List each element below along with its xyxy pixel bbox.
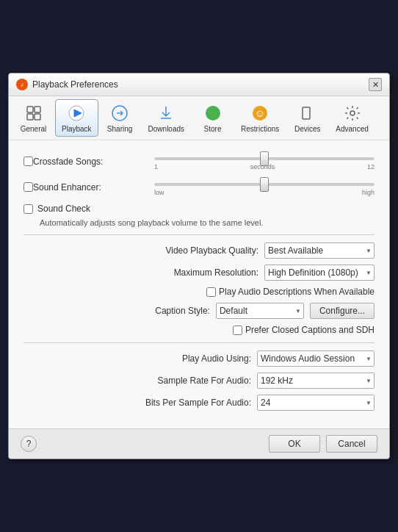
video-playback-select[interactable]: Best Available High Definition (1080p) S… [264,242,375,259]
tab-general[interactable]: General [13,99,54,137]
sound-enhancer-label: Sound Enhancer: [33,182,101,193]
advanced-label: Advanced [336,125,368,133]
sound-enhancer-checkbox[interactable] [23,182,33,192]
bits-per-sample-select-wrapper: 24 16 32 [257,395,375,411]
tab-sharing[interactable]: Sharing [100,99,140,137]
ok-button[interactable]: OK [269,435,320,453]
audio-descriptions-checkbox[interactable] [206,287,216,297]
help-button[interactable]: ? [21,436,37,452]
play-audio-using-select-wrapper: Windows Audio Session Direct Sound WASAP… [257,351,375,367]
sound-check-note: Automatically adjusts song playback volu… [40,218,375,227]
downloads-label: Downloads [148,125,184,133]
max-resolution-row: Maximum Resolution: High Definition (108… [23,265,375,281]
downloads-icon [156,103,176,123]
devices-label: Devices [294,125,321,133]
closed-captions-inner: Prefer Closed Captions and SDH [233,325,375,335]
title-bar-left: ♪ Playback Preferences [16,79,118,90]
title-bar: ♪ Playback Preferences ✕ [9,73,389,96]
svg-rect-10 [303,107,310,119]
tab-restrictions[interactable]: ☺ Restrictions [234,99,286,137]
store-label: Store [204,125,222,133]
play-audio-using-row: Play Audio Using: Windows Audio Session … [23,351,375,367]
closed-captions-row: Prefer Closed Captions and SDH [23,325,375,335]
sound-check-label: Sound Check [37,204,90,214]
play-audio-using-select[interactable]: Windows Audio Session Direct Sound WASAP… [257,351,375,367]
crossfade-label: Crossfade Songs: [33,157,103,167]
crossfade-min: 1 [154,163,158,170]
restrictions-label: Restrictions [241,125,279,133]
playback-preferences-dialog: ♪ Playback Preferences ✕ General [8,73,390,459]
max-resolution-select-wrapper: High Definition (1080p) Standard Definit… [264,265,375,281]
max-resolution-select[interactable]: High Definition (1080p) Standard Definit… [264,265,375,281]
cancel-button[interactable]: Cancel [326,435,377,453]
crossfade-slider[interactable] [154,157,375,160]
playback-label: Playback [62,125,92,133]
crossfade-max: 12 [367,163,375,170]
close-button[interactable]: ✕ [369,78,382,91]
sound-enhancer-slider[interactable] [154,183,375,186]
svg-rect-1 [35,107,40,112]
sound-enhancer-label-area: Sound Enhancer: [23,182,148,193]
sound-check-row: Sound Check [23,204,375,214]
sample-rate-select[interactable]: 192 kHz 96 kHz 48 kHz 44.1 kHz [257,373,375,389]
bits-per-sample-label: Bits Per Sample For Audio: [129,398,257,408]
bottom-bar: ? OK Cancel [9,428,389,459]
crossfade-label-area: Crossfade Songs: [23,157,148,167]
tab-store[interactable]: Store [192,99,233,137]
divider-1 [23,234,375,235]
crossfade-row: Crossfade Songs: 1 seconds 12 [23,152,375,170]
caption-style-select-wrapper: Default None Custom [216,303,304,319]
store-icon [203,103,223,123]
sharing-label: Sharing [107,125,132,133]
tab-devices[interactable]: Devices [287,99,328,137]
dialog-title: Playback Preferences [32,79,118,90]
sharing-icon [109,103,130,123]
sound-check-checkbox[interactable] [23,204,33,214]
svg-rect-0 [27,107,33,112]
tab-playback[interactable]: Playback [55,99,98,137]
bits-per-sample-row: Bits Per Sample For Audio: 24 16 32 [23,395,375,411]
sample-rate-select-wrapper: 192 kHz 96 kHz 48 kHz 44.1 kHz [257,373,375,389]
sound-enhancer-slider-wrapper: low high [154,178,375,196]
audio-descriptions-row: Play Audio Descriptions When Available [23,287,375,297]
bits-per-sample-select[interactable]: 24 16 32 [257,395,375,411]
crossfade-slider-wrapper: 1 seconds 12 [154,152,375,170]
divider-2 [23,342,375,343]
sound-enhancer-max: high [362,189,375,196]
video-playback-label: Video Playback Quality: [136,245,264,256]
svg-text:☺: ☺ [255,107,265,119]
sample-rate-row: Sample Rate For Audio: 192 kHz 96 kHz 48… [23,373,375,389]
general-label: General [21,125,47,133]
svg-point-7 [206,106,220,121]
audio-desc-inner: Play Audio Descriptions When Available [206,287,375,297]
bottom-buttons: OK Cancel [269,435,377,453]
playback-icon [66,103,87,123]
caption-style-select[interactable]: Default None Custom [216,303,304,319]
closed-captions-label: Prefer Closed Captions and SDH [245,325,375,335]
crossfade-center: seconds [250,163,275,170]
audio-descriptions-label: Play Audio Descriptions When Available [219,287,375,297]
configure-button[interactable]: Configure... [310,303,375,319]
closed-captions-checkbox[interactable] [233,326,242,335]
crossfade-checkbox[interactable] [23,157,33,166]
max-resolution-label: Maximum Resolution: [136,267,264,278]
svg-point-12 [350,111,355,115]
toolbar: General Playback Sharing [9,96,389,140]
sound-enhancer-min: low [154,189,164,196]
svg-rect-2 [27,114,33,120]
video-playback-row: Video Playback Quality: Best Available H… [23,242,375,259]
sound-enhancer-row: Sound Enhancer: low high [23,178,375,196]
devices-icon [297,103,318,123]
svg-rect-3 [35,114,40,120]
sample-rate-label: Sample Rate For Audio: [129,375,257,386]
restrictions-icon: ☺ [250,103,270,123]
tab-downloads[interactable]: Downloads [142,99,191,137]
general-icon [23,103,44,123]
video-playback-select-wrapper: Best Available High Definition (1080p) S… [264,242,375,259]
tab-advanced[interactable]: Advanced [329,99,375,137]
content-area: Crossfade Songs: 1 seconds 12 Sound Enha… [9,140,389,428]
caption-style-row: Caption Style: Default None Custom Confi… [23,303,375,319]
caption-style-label: Caption Style: [87,306,216,316]
app-icon: ♪ [16,79,28,90]
play-audio-using-label: Play Audio Using: [129,353,257,364]
